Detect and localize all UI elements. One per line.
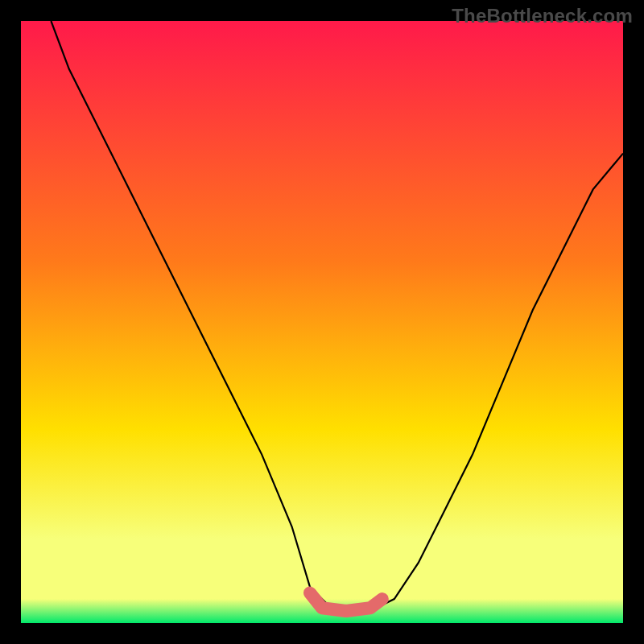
app-frame: TheBottleneck.com	[0, 0, 644, 644]
chart-background	[21, 21, 623, 623]
watermark-text: TheBottleneck.com	[452, 5, 633, 27]
chart-area	[21, 21, 623, 623]
bottleneck-chart	[21, 21, 623, 623]
